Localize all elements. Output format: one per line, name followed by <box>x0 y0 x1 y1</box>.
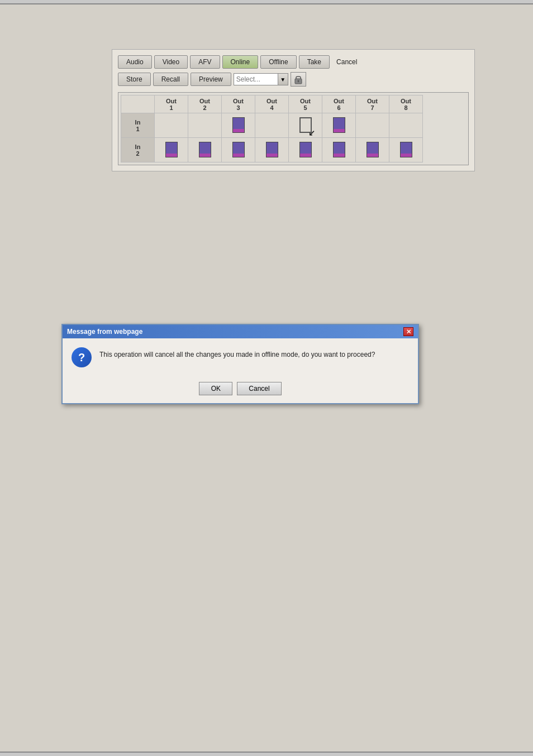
corner-cell <box>121 95 155 113</box>
col-out5: Out5 <box>289 95 322 113</box>
row-header-in1: In1 <box>121 113 155 138</box>
dialog-cancel-button[interactable]: Cancel <box>237 382 281 395</box>
col-out8: Out8 <box>389 95 423 113</box>
table-row: In2 <box>121 138 423 162</box>
col-out1: Out1 <box>155 95 188 113</box>
toolbar-row-1: Audio Video AFV Online Offline Take Canc… <box>118 55 469 69</box>
cell-in1-out1[interactable] <box>155 113 188 138</box>
dialog-box: Message from webpage ✕ ? This operation … <box>61 324 419 404</box>
cell-in1-out4[interactable] <box>255 113 289 138</box>
main-panel: Audio Video AFV Online Offline Take Canc… <box>112 49 475 171</box>
cell-in2-out3[interactable] <box>222 138 255 162</box>
toolbar-row-2: Store Recall Preview ▼ <box>118 72 469 87</box>
col-out2: Out2 <box>188 95 222 113</box>
cell-in2-out1[interactable] <box>155 138 188 162</box>
dialog-body: ? This operation will cancel all the cha… <box>63 338 418 376</box>
cell-in1-out2[interactable] <box>188 113 222 138</box>
dialog-buttons: OK Cancel <box>63 376 418 403</box>
select-input[interactable] <box>234 73 278 85</box>
dialog-ok-button[interactable]: OK <box>199 382 232 395</box>
cell-in1-out6[interactable] <box>322 113 356 138</box>
col-out3: Out3 <box>222 95 255 113</box>
video-button[interactable]: Video <box>154 55 188 69</box>
online-button[interactable]: Online <box>222 55 259 69</box>
dialog-titlebar: Message from webpage ✕ <box>63 325 418 338</box>
dialog-message: This operation will cancel all the chang… <box>99 347 375 360</box>
cell-in2-out6[interactable] <box>322 138 356 162</box>
matrix-wrapper: Out1 Out2 Out3 Out4 Out5 Out6 Out7 Out8 … <box>118 92 469 165</box>
cell-in1-out5[interactable]: ↙ <box>289 113 322 138</box>
cell-in1-out3[interactable] <box>222 113 255 138</box>
matrix-table: Out1 Out2 Out3 Out4 Out5 Out6 Out7 Out8 … <box>121 95 423 162</box>
bottom-bar <box>0 752 533 756</box>
cell-in2-out8[interactable] <box>389 138 423 162</box>
take-button[interactable]: Take <box>299 55 330 69</box>
afv-button[interactable]: AFV <box>190 55 220 69</box>
recall-button[interactable]: Recall <box>153 73 188 86</box>
table-row: In1 <box>121 113 423 138</box>
dialog-overlay: Message from webpage ✕ ? This operation … <box>61 324 419 404</box>
cell-in1-out7[interactable] <box>356 113 389 138</box>
dialog-title: Message from webpage <box>67 328 142 336</box>
select-combo: ▼ <box>234 73 288 85</box>
cell-in2-out2[interactable] <box>188 138 222 162</box>
cancel-button[interactable]: Cancel <box>332 56 361 68</box>
offline-button[interactable]: Offline <box>260 55 296 69</box>
dropdown-arrow-icon[interactable]: ▼ <box>278 73 288 85</box>
cell-in2-out7[interactable] <box>356 138 389 162</box>
store-button[interactable]: Store <box>118 73 151 86</box>
cell-in2-out5[interactable] <box>289 138 322 162</box>
svg-rect-2 <box>298 81 298 83</box>
top-bar <box>0 0 533 4</box>
cell-in2-out4[interactable] <box>255 138 289 162</box>
row-header-in2: In2 <box>121 138 155 162</box>
cell-in1-out8[interactable] <box>389 113 423 138</box>
audio-button[interactable]: Audio <box>118 55 152 69</box>
dialog-close-button[interactable]: ✕ <box>403 327 413 336</box>
lock-button[interactable] <box>291 72 306 87</box>
col-out4: Out4 <box>255 95 289 113</box>
preview-button[interactable]: Preview <box>191 73 231 86</box>
col-out6: Out6 <box>322 95 356 113</box>
col-out7: Out7 <box>356 95 389 113</box>
question-icon: ? <box>72 347 92 367</box>
